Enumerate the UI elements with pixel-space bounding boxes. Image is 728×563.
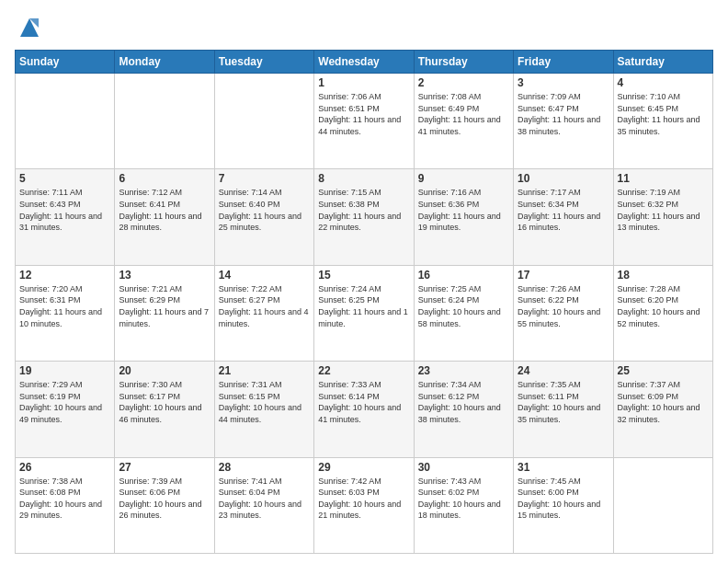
day-info: Sunrise: 7:31 AM Sunset: 6:15 PM Dayligh… — [219, 379, 310, 425]
calendar-cell: 12Sunrise: 7:20 AM Sunset: 6:31 PM Dayli… — [16, 265, 115, 361]
day-info: Sunrise: 7:29 AM Sunset: 6:19 PM Dayligh… — [19, 379, 110, 425]
day-info: Sunrise: 7:08 AM Sunset: 6:49 PM Dayligh… — [418, 91, 509, 137]
day-info: Sunrise: 7:10 AM Sunset: 6:45 PM Dayligh… — [618, 91, 709, 137]
calendar-cell: 17Sunrise: 7:26 AM Sunset: 6:22 PM Dayli… — [514, 265, 613, 361]
day-number: 15 — [318, 269, 409, 282]
calendar-cell: 9Sunrise: 7:16 AM Sunset: 6:36 PM Daylig… — [414, 169, 513, 265]
weekday-header: Thursday — [414, 51, 513, 74]
calendar-cell — [115, 74, 214, 169]
calendar-cell: 13Sunrise: 7:21 AM Sunset: 6:29 PM Dayli… — [115, 265, 214, 361]
calendar-cell — [613, 457, 712, 553]
day-info: Sunrise: 7:19 AM Sunset: 6:32 PM Dayligh… — [618, 187, 709, 233]
day-info: Sunrise: 7:42 AM Sunset: 6:03 PM Dayligh… — [318, 476, 409, 522]
day-number: 1 — [318, 76, 409, 89]
weekday-header: Friday — [514, 51, 613, 74]
weekday-header: Saturday — [613, 51, 712, 74]
day-info: Sunrise: 7:43 AM Sunset: 6:02 PM Dayligh… — [418, 476, 509, 522]
calendar-cell: 28Sunrise: 7:41 AM Sunset: 6:04 PM Dayli… — [214, 457, 313, 553]
day-info: Sunrise: 7:12 AM Sunset: 6:41 PM Dayligh… — [119, 187, 210, 233]
logo — [15, 15, 42, 40]
logo-icon — [17, 15, 42, 40]
calendar-cell: 14Sunrise: 7:22 AM Sunset: 6:27 PM Dayli… — [214, 265, 313, 361]
day-info: Sunrise: 7:41 AM Sunset: 6:04 PM Dayligh… — [219, 476, 310, 522]
day-number: 29 — [318, 461, 409, 474]
calendar-cell: 8Sunrise: 7:15 AM Sunset: 6:38 PM Daylig… — [314, 169, 414, 265]
day-number: 13 — [119, 269, 210, 282]
day-info: Sunrise: 7:28 AM Sunset: 6:20 PM Dayligh… — [618, 283, 709, 329]
day-info: Sunrise: 7:20 AM Sunset: 6:31 PM Dayligh… — [19, 283, 110, 329]
calendar-cell: 23Sunrise: 7:34 AM Sunset: 6:12 PM Dayli… — [414, 362, 513, 457]
day-number: 12 — [19, 269, 110, 282]
calendar-cell: 25Sunrise: 7:37 AM Sunset: 6:09 PM Dayli… — [613, 362, 712, 457]
day-number: 23 — [418, 364, 509, 377]
day-number: 24 — [518, 364, 609, 377]
weekday-header: Monday — [115, 51, 214, 74]
page: SundayMondayTuesdayWednesdayThursdayFrid… — [0, 0, 728, 563]
day-number: 25 — [618, 364, 709, 377]
day-info: Sunrise: 7:16 AM Sunset: 6:36 PM Dayligh… — [418, 187, 509, 233]
day-info: Sunrise: 7:26 AM Sunset: 6:22 PM Dayligh… — [518, 283, 609, 329]
weekday-header: Wednesday — [314, 51, 414, 74]
day-info: Sunrise: 7:22 AM Sunset: 6:27 PM Dayligh… — [219, 283, 310, 329]
day-number: 17 — [518, 269, 609, 282]
day-info: Sunrise: 7:37 AM Sunset: 6:09 PM Dayligh… — [618, 379, 709, 425]
calendar-cell: 26Sunrise: 7:38 AM Sunset: 6:08 PM Dayli… — [16, 457, 115, 553]
day-info: Sunrise: 7:33 AM Sunset: 6:14 PM Dayligh… — [318, 379, 409, 425]
calendar-cell: 29Sunrise: 7:42 AM Sunset: 6:03 PM Dayli… — [314, 457, 414, 553]
day-number: 30 — [418, 461, 509, 474]
calendar-cell: 31Sunrise: 7:45 AM Sunset: 6:00 PM Dayli… — [514, 457, 613, 553]
day-info: Sunrise: 7:09 AM Sunset: 6:47 PM Dayligh… — [518, 91, 609, 137]
day-info: Sunrise: 7:39 AM Sunset: 6:06 PM Dayligh… — [119, 476, 210, 522]
calendar-cell — [16, 74, 115, 169]
day-info: Sunrise: 7:34 AM Sunset: 6:12 PM Dayligh… — [418, 379, 509, 425]
day-number: 16 — [418, 269, 509, 282]
calendar-cell: 1Sunrise: 7:06 AM Sunset: 6:51 PM Daylig… — [314, 74, 414, 169]
calendar-cell: 20Sunrise: 7:30 AM Sunset: 6:17 PM Dayli… — [115, 362, 214, 457]
day-number: 3 — [518, 76, 609, 89]
day-number: 22 — [318, 364, 409, 377]
calendar-cell: 15Sunrise: 7:24 AM Sunset: 6:25 PM Dayli… — [314, 265, 414, 361]
calendar-cell: 10Sunrise: 7:17 AM Sunset: 6:34 PM Dayli… — [514, 169, 613, 265]
day-info: Sunrise: 7:14 AM Sunset: 6:40 PM Dayligh… — [219, 187, 310, 233]
calendar-cell: 18Sunrise: 7:28 AM Sunset: 6:20 PM Dayli… — [613, 265, 712, 361]
calendar-cell: 21Sunrise: 7:31 AM Sunset: 6:15 PM Dayli… — [214, 362, 313, 457]
day-number: 4 — [618, 76, 709, 89]
day-number: 21 — [219, 364, 310, 377]
day-number: 27 — [119, 461, 210, 474]
calendar-cell: 22Sunrise: 7:33 AM Sunset: 6:14 PM Dayli… — [314, 362, 414, 457]
calendar-cell: 5Sunrise: 7:11 AM Sunset: 6:43 PM Daylig… — [16, 169, 115, 265]
calendar-cell: 30Sunrise: 7:43 AM Sunset: 6:02 PM Dayli… — [414, 457, 513, 553]
calendar-table: SundayMondayTuesdayWednesdayThursdayFrid… — [15, 50, 713, 554]
day-info: Sunrise: 7:11 AM Sunset: 6:43 PM Dayligh… — [19, 187, 110, 233]
calendar-cell: 11Sunrise: 7:19 AM Sunset: 6:32 PM Dayli… — [613, 169, 712, 265]
day-info: Sunrise: 7:15 AM Sunset: 6:38 PM Dayligh… — [318, 187, 409, 233]
day-number: 2 — [418, 76, 509, 89]
day-number: 14 — [219, 269, 310, 282]
day-info: Sunrise: 7:06 AM Sunset: 6:51 PM Dayligh… — [318, 91, 409, 137]
weekday-header: Sunday — [16, 51, 115, 74]
calendar-cell: 4Sunrise: 7:10 AM Sunset: 6:45 PM Daylig… — [613, 74, 712, 169]
day-info: Sunrise: 7:17 AM Sunset: 6:34 PM Dayligh… — [518, 187, 609, 233]
calendar-cell: 24Sunrise: 7:35 AM Sunset: 6:11 PM Dayli… — [514, 362, 613, 457]
calendar-cell: 27Sunrise: 7:39 AM Sunset: 6:06 PM Dayli… — [115, 457, 214, 553]
day-info: Sunrise: 7:30 AM Sunset: 6:17 PM Dayligh… — [119, 379, 210, 425]
day-number: 6 — [119, 172, 210, 185]
day-number: 31 — [518, 461, 609, 474]
day-number: 18 — [618, 269, 709, 282]
day-number: 28 — [219, 461, 310, 474]
day-info: Sunrise: 7:35 AM Sunset: 6:11 PM Dayligh… — [518, 379, 609, 425]
calendar-cell: 7Sunrise: 7:14 AM Sunset: 6:40 PM Daylig… — [214, 169, 313, 265]
day-number: 11 — [618, 172, 709, 185]
day-number: 5 — [19, 172, 110, 185]
day-number: 26 — [19, 461, 110, 474]
day-number: 20 — [119, 364, 210, 377]
day-number: 8 — [318, 172, 409, 185]
day-info: Sunrise: 7:25 AM Sunset: 6:24 PM Dayligh… — [418, 283, 509, 329]
calendar-cell: 19Sunrise: 7:29 AM Sunset: 6:19 PM Dayli… — [16, 362, 115, 457]
day-number: 7 — [219, 172, 310, 185]
day-number: 19 — [19, 364, 110, 377]
calendar-cell: 16Sunrise: 7:25 AM Sunset: 6:24 PM Dayli… — [414, 265, 513, 361]
calendar-cell — [214, 74, 313, 169]
day-info: Sunrise: 7:21 AM Sunset: 6:29 PM Dayligh… — [119, 283, 210, 329]
calendar-cell: 2Sunrise: 7:08 AM Sunset: 6:49 PM Daylig… — [414, 74, 513, 169]
